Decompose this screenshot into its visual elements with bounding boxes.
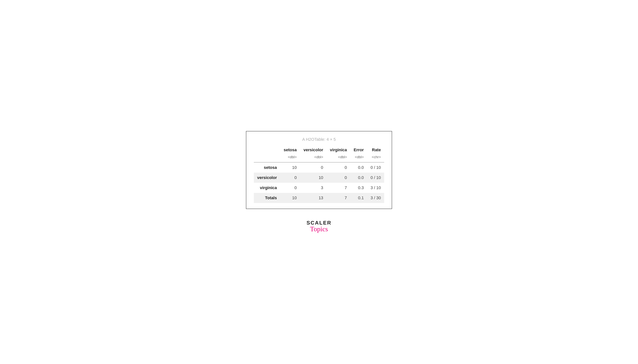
header-setosa: setosa bbox=[280, 146, 300, 154]
subtype-setosa: <dbl> bbox=[280, 154, 300, 162]
logo-container: SCALER Topics bbox=[306, 220, 332, 233]
cell-virginica-versicolor: 3 bbox=[300, 183, 327, 193]
subtype-versicolor: <dbl> bbox=[300, 154, 327, 162]
cell-totals-setosa: 10 bbox=[280, 193, 300, 203]
cell-setosa-virginica: 0 bbox=[327, 162, 350, 173]
row-label-setosa: setosa bbox=[254, 162, 280, 173]
cell-versicolor-setosa: 0 bbox=[280, 173, 300, 183]
confusion-matrix-table: setosa versicolor virginica Error Rate <… bbox=[254, 146, 384, 203]
cell-setosa-setosa: 10 bbox=[280, 162, 300, 173]
cell-versicolor-rate: 0 / 10 bbox=[367, 173, 384, 183]
cell-virginica-error: 0.3 bbox=[350, 183, 367, 193]
cell-virginica-setosa: 0 bbox=[280, 183, 300, 193]
subtype-row-label bbox=[254, 154, 280, 162]
column-headers-row: setosa versicolor virginica Error Rate bbox=[254, 146, 384, 154]
cell-versicolor-versicolor: 10 bbox=[300, 173, 327, 183]
row-label-versicolor: versicolor bbox=[254, 173, 280, 183]
cell-virginica-rate: 3 / 10 bbox=[367, 183, 384, 193]
row-label-totals: Totals bbox=[254, 193, 280, 203]
row-label-virginica: virginica bbox=[254, 183, 280, 193]
header-row-label bbox=[254, 146, 280, 154]
table-row: setosa 10 0 0 0.0 0 / 10 bbox=[254, 162, 384, 173]
subtype-virginica: <dbl> bbox=[327, 154, 350, 162]
subtype-rate: <chr> bbox=[367, 154, 384, 162]
table-title: A H2OTable: 4 × 5 bbox=[254, 137, 384, 142]
logo-scaler-text: SCALER bbox=[306, 220, 332, 226]
cell-totals-versicolor: 13 bbox=[300, 193, 327, 203]
table-container: A H2OTable: 4 × 5 setosa versicolor virg… bbox=[246, 131, 392, 209]
cell-totals-error: 0.1 bbox=[350, 193, 367, 203]
cell-virginica-virginica: 7 bbox=[327, 183, 350, 193]
cell-setosa-versicolor: 0 bbox=[300, 162, 327, 173]
table-row: versicolor 0 10 0 0.0 0 / 10 bbox=[254, 173, 384, 183]
cell-totals-rate: 3 / 30 bbox=[367, 193, 384, 203]
header-rate: Rate bbox=[367, 146, 384, 154]
cell-versicolor-virginica: 0 bbox=[327, 173, 350, 183]
table-row: virginica 0 3 7 0.3 3 / 10 bbox=[254, 183, 384, 193]
subtype-error: <dbl> bbox=[350, 154, 367, 162]
logo-topics-text: Topics bbox=[310, 226, 328, 233]
header-virginica: virginica bbox=[327, 146, 350, 154]
page-wrapper: A H2OTable: 4 × 5 setosa versicolor virg… bbox=[246, 131, 392, 233]
header-error: Error bbox=[350, 146, 367, 154]
cell-totals-virginica: 7 bbox=[327, 193, 350, 203]
cell-setosa-rate: 0 / 10 bbox=[367, 162, 384, 173]
cell-setosa-error: 0.0 bbox=[350, 162, 367, 173]
subtype-row: <dbl> <dbl> <dbl> <dbl> <chr> bbox=[254, 154, 384, 162]
header-versicolor: versicolor bbox=[300, 146, 327, 154]
totals-row: Totals 10 13 7 0.1 3 / 30 bbox=[254, 193, 384, 203]
cell-versicolor-error: 0.0 bbox=[350, 173, 367, 183]
